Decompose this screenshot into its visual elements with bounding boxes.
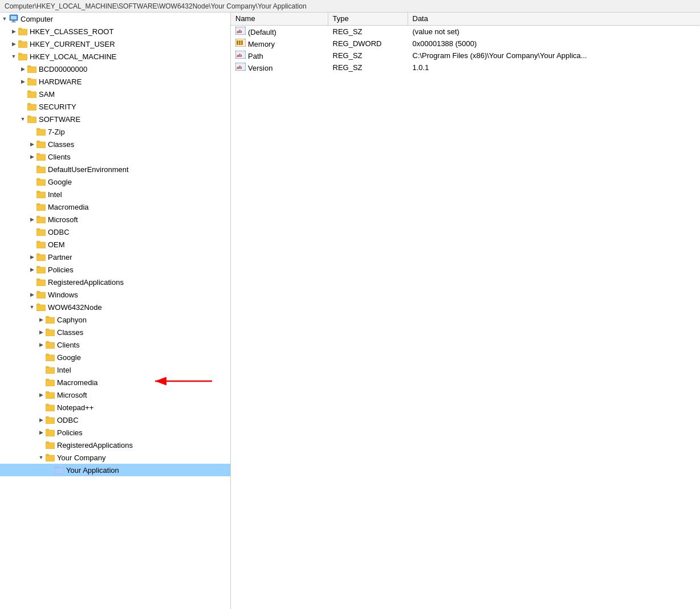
svg-rect-4	[18, 29, 27, 35]
tree-item-wgoogle[interactable]: Google	[0, 351, 230, 363]
value-name: Memory	[248, 40, 275, 48]
tree-item-yourcompany[interactable]: Your Company	[0, 451, 230, 464]
tree-item-hardware[interactable]: HARDWARE	[0, 75, 230, 88]
tree-item-yourapp[interactable]: Your Application	[0, 464, 230, 476]
expander-hkcu[interactable]	[9, 39, 18, 48]
expander-microsoft[interactable]	[27, 215, 36, 224]
expander-wclasses[interactable]	[36, 328, 46, 337]
cell-type: REG_SZ	[328, 50, 408, 62]
expander-oem[interactable]	[27, 240, 36, 249]
tree-item-software[interactable]: SOFTWARE	[0, 113, 230, 125]
tree-item-wclients[interactable]: Clients	[0, 338, 230, 351]
tree-item-wodbc[interactable]: ODBC	[0, 414, 230, 426]
expander-macromedia[interactable]	[27, 202, 36, 211]
cell-name: ab Path	[231, 50, 328, 62]
expander-wintel[interactable]	[36, 365, 46, 374]
expander-policies[interactable]	[27, 265, 36, 274]
svg-rect-12	[36, 129, 46, 136]
expander-windows[interactable]	[27, 290, 36, 299]
col-data: Data	[408, 13, 700, 25]
tree-item-security[interactable]: SECURITY	[0, 100, 230, 113]
folder-icon-bcd	[27, 65, 36, 73]
tree-item-wnotepadpp[interactable]: Notepad++	[0, 401, 230, 414]
tree-item-partner[interactable]: Partner	[0, 251, 230, 263]
tree-item-computer[interactable]: Computer	[0, 13, 230, 25]
tree-item-odbc[interactable]: ODBC	[0, 226, 230, 238]
tree-item-hkcu[interactable]: HKEY_CURRENT_USER	[0, 38, 230, 50]
expander-sam[interactable]	[18, 89, 27, 99]
expander-hardware[interactable]	[18, 77, 27, 86]
svg-rect-35	[46, 418, 55, 424]
expander-wodbc[interactable]	[36, 415, 46, 424]
svg-rect-14	[36, 154, 46, 161]
tree-item-caphyon[interactable]: Caphyon	[0, 313, 230, 326]
tree-item-wintel[interactable]: Intel	[0, 363, 230, 376]
expander-wregapps[interactable]	[36, 440, 46, 449]
tree-item-regapps[interactable]: RegisteredApplications	[0, 276, 230, 288]
tree-item-clients[interactable]: Clients	[0, 150, 230, 163]
tree-item-intel[interactable]: Intel	[0, 188, 230, 201]
tree-item-defaultuserenv[interactable]: DefaultUserEnvironment	[0, 163, 230, 175]
tree-item-hklm[interactable]: HKEY_LOCAL_MACHINE	[0, 50, 230, 63]
tree-item-7zip[interactable]: 7-Zip	[0, 125, 230, 138]
expander-wow[interactable]	[27, 303, 36, 312]
expander-wnotepadpp[interactable]	[36, 403, 46, 412]
tree-item-wmacromedia[interactable]: Macromedia	[0, 376, 230, 389]
tree-item-sam[interactable]: SAM	[0, 88, 230, 100]
expander-hklm[interactable]	[9, 52, 18, 61]
expander-regapps[interactable]	[27, 277, 36, 287]
table-row[interactable]: ab PathREG_SZC:\Program Files (x86)\Your…	[231, 50, 700, 62]
folder-icon-wpolicies	[46, 428, 55, 436]
expander-software[interactable]	[18, 115, 27, 124]
expander-intel[interactable]	[27, 190, 36, 199]
expander-wmacromedia[interactable]	[36, 378, 46, 387]
expander-7zip[interactable]	[27, 127, 36, 136]
expander-wclients[interactable]	[36, 340, 46, 349]
folder-icon-wmacromedia	[46, 378, 55, 386]
tree-panel[interactable]: Computer HKEY_CLASSES_ROOT HKEY_CURRENT_…	[0, 13, 231, 609]
folder-icon-policies	[36, 265, 46, 273]
table-row[interactable]: ab VersionREG_SZ1.0.1	[231, 62, 700, 73]
expander-odbc[interactable]	[27, 227, 36, 236]
svg-rect-6	[18, 54, 27, 60]
tree-item-policies[interactable]: Policies	[0, 263, 230, 276]
cell-name: Memory	[231, 38, 328, 50]
tree-label-intel: Intel	[48, 190, 62, 199]
tree-item-windows[interactable]: Windows	[0, 288, 230, 301]
expander-yourcompany[interactable]	[36, 453, 46, 462]
tree-item-oem[interactable]: OEM	[0, 238, 230, 251]
expander-caphyon[interactable]	[36, 315, 46, 324]
dword-icon	[235, 39, 246, 47]
tree-item-wmicrosoft[interactable]: Microsoft	[0, 389, 230, 401]
tree-item-microsoft[interactable]: Microsoft	[0, 213, 230, 226]
folder-icon-wodbc	[46, 416, 55, 424]
expander-wpolicies[interactable]	[36, 428, 46, 437]
tree-item-wregapps[interactable]: RegisteredApplications	[0, 439, 230, 451]
tree-label-partner: Partner	[48, 253, 72, 261]
table-row[interactable]: ab (Default)REG_SZ(value not set)	[231, 25, 700, 38]
expander-partner[interactable]	[27, 252, 36, 261]
tree-item-google[interactable]: Google	[0, 175, 230, 188]
table-row[interactable]: MemoryREG_DWORD0x00001388 (5000)	[231, 38, 700, 50]
cell-name: ab Version	[231, 62, 328, 73]
expander-yourapp[interactable]	[46, 465, 55, 475]
expander-bcd[interactable]	[18, 64, 27, 73]
expander-computer[interactable]	[0, 14, 9, 23]
svg-rect-33	[46, 393, 55, 399]
tree-item-bcd[interactable]: BCD00000000	[0, 63, 230, 75]
expander-classes[interactable]	[27, 140, 36, 149]
tree-label-yourapp: Your Application	[66, 466, 119, 475]
expander-google[interactable]	[27, 177, 36, 186]
expander-wmicrosoft[interactable]	[36, 390, 46, 399]
tree-item-hkcr[interactable]: HKEY_CLASSES_ROOT	[0, 25, 230, 38]
tree-item-wpolicies[interactable]: Policies	[0, 426, 230, 439]
tree-item-wclasses[interactable]: Classes	[0, 326, 230, 338]
expander-hkcr[interactable]	[9, 27, 18, 36]
expander-wgoogle[interactable]	[36, 353, 46, 362]
expander-clients[interactable]	[27, 152, 36, 161]
expander-defaultuserenv[interactable]	[27, 165, 36, 174]
expander-security[interactable]	[18, 102, 27, 111]
tree-item-wow[interactable]: WOW6432Node	[0, 301, 230, 313]
tree-item-classes[interactable]: Classes	[0, 138, 230, 150]
tree-item-macromedia[interactable]: Macromedia	[0, 201, 230, 213]
